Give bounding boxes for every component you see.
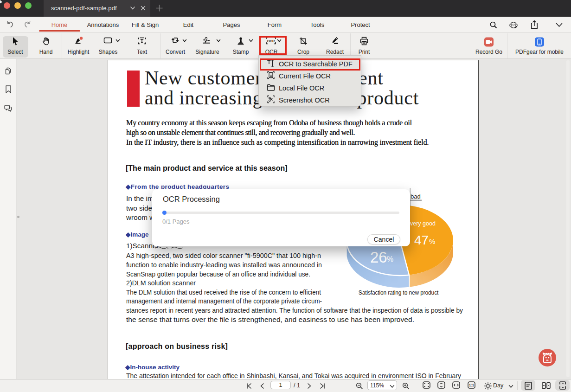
svg-text:26: 26	[370, 249, 387, 266]
svg-text:Satisfaction rating to new pro: Satisfaction rating to new product	[359, 289, 439, 296]
svg-text:47: 47	[414, 233, 429, 247]
svg-text:1:1: 1:1	[469, 383, 474, 387]
svg-text:very good: very good	[410, 220, 436, 227]
svg-text:%: %	[387, 255, 393, 263]
svg-text:bad: bad	[411, 193, 421, 200]
svg-text:%: %	[429, 238, 435, 245]
